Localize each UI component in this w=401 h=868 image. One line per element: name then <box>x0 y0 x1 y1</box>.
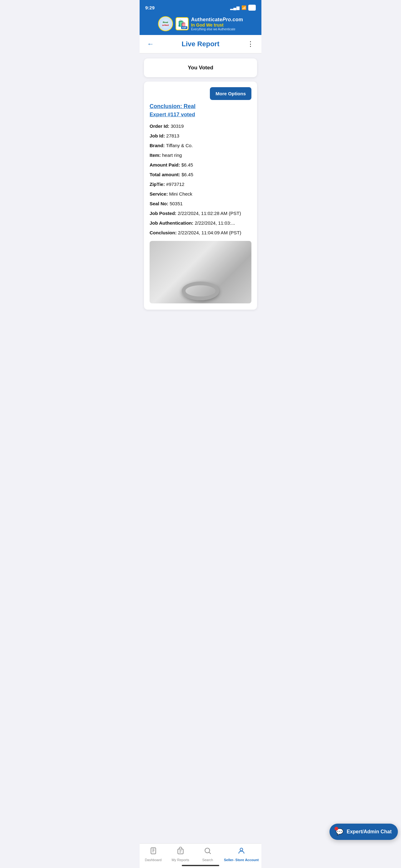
voted-text: You Voted <box>188 65 213 71</box>
order-id-value: 30319 <box>171 123 184 129</box>
job-id-value: 27813 <box>166 133 179 138</box>
brand-text: AuthenticatePro.com In God We trust Ever… <box>191 17 243 31</box>
more-options-icon[interactable]: ⋮ <box>246 39 255 50</box>
amount-paid-label: Amount Paid: <box>149 162 181 167</box>
status-icons: ▂▄▆ 📶 94 <box>230 5 256 11</box>
service-row: Service: Mini Check <box>149 191 252 197</box>
back-button[interactable]: ← <box>146 39 155 50</box>
conclusion-value: 2/22/2024, 11:04:09 AM (PST) <box>178 230 241 235</box>
report-card: More Options Conclusion: Real Expert #11… <box>144 82 257 310</box>
total-amount-value: $6.45 <box>181 172 193 177</box>
seal-no-row: Seal No: 50351 <box>149 200 252 207</box>
more-options-button[interactable]: More Options <box>210 87 252 100</box>
job-posted-value: 2/22/2024, 11:02:28 AM (PST) <box>178 211 241 216</box>
amount-paid-value: $6.45 <box>181 162 193 167</box>
conclusion-row: Conclusion: 2/22/2024, 11:04:09 AM (PST) <box>149 229 252 236</box>
wifi-icon: 📶 <box>241 5 246 10</box>
item-row: Item: heart ring <box>149 152 252 158</box>
ziptie-row: ZipTie: #973712 <box>149 181 252 187</box>
seal-no-label: Seal No: <box>149 201 170 206</box>
brand-bar: Real orNot 🛍️ #AP AuthenticatePro.com In… <box>140 14 261 35</box>
ziptie-label: ZipTie: <box>149 182 166 187</box>
brand-logo: Real orNot 🛍️ #AP AuthenticatePro.com In… <box>158 16 243 31</box>
signal-icon: ▂▄▆ <box>230 5 239 10</box>
job-posted-label: Job Posted: <box>149 211 178 216</box>
brand-value: Tiffany & Co. <box>166 143 193 148</box>
job-id-label: Job Id: <box>149 133 166 138</box>
job-id-row: Job Id: 27813 <box>149 132 252 139</box>
brand-row: Brand: Tiffany & Co. <box>149 142 252 149</box>
conclusion-link[interactable]: Conclusion: Real <box>149 103 252 110</box>
brand-site-name: AuthenticatePro.com <box>191 17 243 23</box>
main-content: You Voted More Options Conclusion: Real … <box>140 54 261 347</box>
conclusion-label: Conclusion: <box>149 230 178 235</box>
page-title: Live Report <box>181 40 219 48</box>
ring-shape-decoration <box>182 281 219 300</box>
job-auth-row: Job Authentication: 2/22/2024, 11:03:... <box>149 220 252 226</box>
order-id-row: Order Id: 30319 <box>149 123 252 129</box>
service-label: Service: <box>149 191 169 196</box>
order-id-label: Order Id: <box>149 123 171 129</box>
ap-bag-logo: 🛍️ #AP <box>175 17 189 30</box>
brand-tagline-small: Everything else we Authenticate <box>191 28 243 31</box>
brand-label: Brand: <box>149 143 166 148</box>
navigation-bar: ← Live Report ⋮ <box>140 35 261 54</box>
service-value: Mini Check <box>169 191 192 196</box>
real-or-not-logo: Real orNot <box>158 16 173 31</box>
job-auth-value: 2/22/2024, 11:03:... <box>195 220 235 226</box>
job-auth-label: Job Authentication: <box>149 220 195 226</box>
total-amount-label: Total amount: <box>149 172 181 177</box>
voted-card: You Voted <box>144 58 257 77</box>
ring-image <box>149 241 252 303</box>
job-posted-row: Job Posted: 2/22/2024, 11:02:28 AM (PST) <box>149 210 252 217</box>
brand-tagline-gold: In God We trust <box>191 23 243 28</box>
status-bar: 9:29 ▂▄▆ 📶 94 <box>140 0 261 14</box>
item-value: heart ring <box>162 153 182 158</box>
amount-paid-row: Amount Paid: $6.45 <box>149 161 252 168</box>
ziptie-value: #973712 <box>166 182 184 187</box>
status-time: 9:29 <box>145 5 155 10</box>
battery-indicator: 94 <box>248 5 256 11</box>
item-label: Item: <box>149 153 162 158</box>
total-amount-row: Total amount: $6.45 <box>149 171 252 178</box>
seal-no-value: 50351 <box>170 201 183 206</box>
expert-link[interactable]: Expert #117 voted <box>149 112 252 118</box>
